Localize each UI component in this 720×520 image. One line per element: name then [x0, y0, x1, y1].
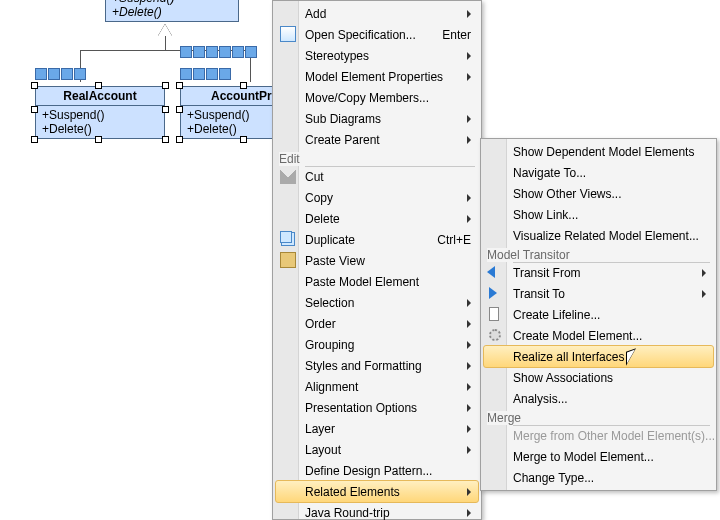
menu-item-add[interactable]: Add — [275, 3, 479, 24]
menu-item-label: Grouping — [305, 338, 449, 352]
menu-item-layer[interactable]: Layer — [275, 418, 479, 439]
class-title: RealAccount — [36, 87, 164, 106]
submenu-arrow-icon — [467, 425, 471, 433]
arrow-l-icon — [487, 266, 495, 278]
menu-item-label: Related Elements — [305, 485, 449, 499]
menu-item-stereotypes[interactable]: Stereotypes — [275, 45, 479, 66]
menu-item-presentation-options[interactable]: Presentation Options — [275, 397, 479, 418]
menu-shortcut: Ctrl+E — [437, 233, 471, 247]
menu-item-label: Alignment — [305, 380, 449, 394]
uml-class-parent[interactable]: +Create() +Suspend() +Delete() — [105, 0, 239, 22]
operation: +Delete() — [112, 5, 232, 19]
submenu-related-elements[interactable]: Show Dependent Model ElementsNavigate To… — [480, 138, 717, 491]
menu-item-transit-from[interactable]: Transit From — [483, 262, 714, 283]
menu-item-label: Move/Copy Members... — [305, 91, 471, 105]
menu-item-open-specification[interactable]: Open Specification...Enter — [275, 24, 479, 45]
dup-icon — [280, 231, 292, 243]
menu-section-heading: Merge — [487, 411, 525, 425]
operation: +Suspend() — [42, 108, 158, 122]
menu-shortcut: Enter — [442, 28, 471, 42]
cut-icon — [280, 168, 296, 184]
submenu-arrow-icon — [467, 73, 471, 81]
menu-section-heading: Edit — [279, 152, 304, 166]
menu-item-related-elements[interactable]: Related Elements — [275, 480, 479, 503]
menu-item-label: Java Round-trip — [305, 506, 449, 520]
menu-item-order[interactable]: Order — [275, 313, 479, 334]
menu-item-cut[interactable]: Cut — [275, 166, 479, 187]
menu-item-label: Create Lifeline... — [513, 308, 706, 322]
menu-item-label: Merge from Other Model Element(s)... — [513, 429, 715, 443]
menu-item-label: Merge to Model Element... — [513, 450, 706, 464]
menu-item-paste-model-element[interactable]: Paste Model Element — [275, 271, 479, 292]
menu-item-create-model-element[interactable]: Create Model Element... — [483, 325, 714, 346]
menu-item-label: Analysis... — [513, 392, 706, 406]
menu-item-label: Copy — [305, 191, 449, 205]
menu-item-java-round-trip[interactable]: Java Round-trip — [275, 502, 479, 520]
submenu-arrow-icon — [467, 136, 471, 144]
menu-item-navigate-to[interactable]: Navigate To... — [483, 162, 714, 183]
submenu-arrow-icon — [467, 215, 471, 223]
menu-item-model-element-properties[interactable]: Model Element Properties — [275, 66, 479, 87]
shape-toolbar[interactable] — [180, 68, 231, 80]
menu-item-change-type[interactable]: Change Type... — [483, 467, 714, 488]
menu-item-label: Model Element Properties — [305, 70, 449, 84]
submenu-arrow-icon — [467, 299, 471, 307]
menu-item-show-associations[interactable]: Show Associations — [483, 367, 714, 388]
menu-item-label: Sub Diagrams — [305, 112, 449, 126]
menu-item-label: Define Design Pattern... — [305, 464, 471, 478]
submenu-arrow-icon — [467, 10, 471, 18]
menu-item-label: Styles and Formatting — [305, 359, 449, 373]
menu-item-label: Cut — [305, 170, 471, 184]
uml-class-realaccount[interactable]: RealAccount +Suspend() +Delete() — [35, 86, 165, 139]
submenu-arrow-icon — [467, 115, 471, 123]
menu-item-label: Paste Model Element — [305, 275, 471, 289]
shape-toolbar[interactable] — [180, 46, 257, 58]
lifeline-icon — [489, 307, 499, 321]
menu-item-visualize-related-model-element[interactable]: Visualize Related Model Element... — [483, 225, 714, 246]
menu-item-show-dependent-model-elements[interactable]: Show Dependent Model Elements — [483, 141, 714, 162]
menu-item-realize-all-interfaces[interactable]: Realize all Interfaces — [483, 345, 714, 368]
menu-item-paste-view[interactable]: Paste View — [275, 250, 479, 271]
selection-group: RealAccount +Suspend() +Delete() — [35, 86, 165, 139]
menu-item-label: Selection — [305, 296, 449, 310]
context-menu[interactable]: AddOpen Specification...EnterStereotypes… — [272, 0, 482, 520]
menu-item-selection[interactable]: Selection — [275, 292, 479, 313]
submenu-arrow-icon — [467, 320, 471, 328]
menu-item-show-link[interactable]: Show Link... — [483, 204, 714, 225]
menu-item-label: Transit From — [513, 266, 684, 280]
menu-item-merge-to-model-element[interactable]: Merge to Model Element... — [483, 446, 714, 467]
menu-item-sub-diagrams[interactable]: Sub Diagrams — [275, 108, 479, 129]
menu-item-grouping[interactable]: Grouping — [275, 334, 479, 355]
submenu-arrow-icon — [702, 290, 706, 298]
shape-toolbar[interactable] — [35, 68, 86, 80]
menu-item-label: Layout — [305, 443, 449, 457]
diagram-canvas[interactable]: +Create() +Suspend() +Delete() RealAccou… — [0, 0, 720, 520]
submenu-arrow-icon — [702, 269, 706, 277]
menu-item-label: Duplicate — [305, 233, 413, 247]
menu-item-delete[interactable]: Delete — [275, 208, 479, 229]
menu-item-label: Create Model Element... — [513, 329, 706, 343]
operation: +Delete() — [42, 122, 158, 136]
menu-item-move-copy-members[interactable]: Move/Copy Members... — [275, 87, 479, 108]
menu-item-merge-from-other-model-element-s: Merge from Other Model Element(s)... — [483, 425, 714, 446]
menu-item-label: Stereotypes — [305, 49, 449, 63]
menu-item-show-other-views[interactable]: Show Other Views... — [483, 183, 714, 204]
menu-item-styles-and-formatting[interactable]: Styles and Formatting — [275, 355, 479, 376]
menu-item-analysis[interactable]: Analysis... — [483, 388, 714, 409]
submenu-arrow-icon — [467, 446, 471, 454]
menu-item-label: Add — [305, 7, 449, 21]
menu-item-label: Order — [305, 317, 449, 331]
menu-item-label: Create Parent — [305, 133, 449, 147]
menu-item-label: Transit To — [513, 287, 684, 301]
menu-item-copy[interactable]: Copy — [275, 187, 479, 208]
menu-item-create-lifeline[interactable]: Create Lifeline... — [483, 304, 714, 325]
menu-item-layout[interactable]: Layout — [275, 439, 479, 460]
submenu-arrow-icon — [467, 194, 471, 202]
menu-item-alignment[interactable]: Alignment — [275, 376, 479, 397]
menu-item-label: Show Link... — [513, 208, 706, 222]
menu-item-create-parent[interactable]: Create Parent — [275, 129, 479, 150]
menu-item-duplicate[interactable]: DuplicateCtrl+E — [275, 229, 479, 250]
menu-item-define-design-pattern[interactable]: Define Design Pattern... — [275, 460, 479, 481]
menu-item-transit-to[interactable]: Transit To — [483, 283, 714, 304]
submenu-arrow-icon — [467, 404, 471, 412]
